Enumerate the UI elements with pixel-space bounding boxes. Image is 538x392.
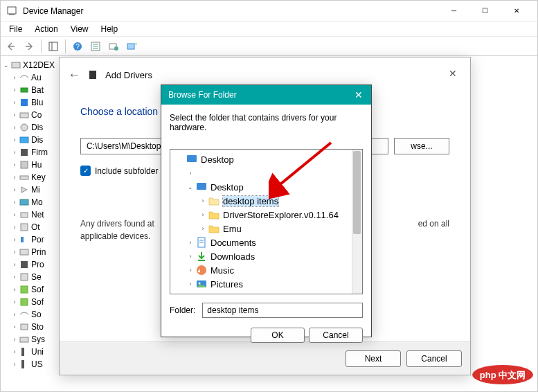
svg-rect-14 <box>12 62 20 68</box>
svg-rect-23 <box>20 199 28 205</box>
svg-rect-28 <box>21 261 28 268</box>
folder-tree-scrollbar[interactable] <box>352 150 362 294</box>
folder-desktop-root[interactable]: Desktop <box>173 152 359 166</box>
tree-item[interactable]: ›US <box>2 358 65 371</box>
svg-point-11 <box>114 46 118 51</box>
svg-text:+: + <box>134 42 136 47</box>
window-title: Device Manager <box>23 6 438 16</box>
folder-downloads[interactable]: ›Downloads <box>173 249 359 263</box>
tree-item[interactable]: ›Ot <box>2 221 65 233</box>
svg-rect-33 <box>20 337 28 342</box>
tree-item[interactable]: ›Se <box>2 271 65 283</box>
svg-rect-34 <box>21 348 24 356</box>
svg-rect-2 <box>49 42 57 51</box>
svg-rect-19 <box>20 137 28 143</box>
tree-item[interactable]: ›Net <box>2 208 65 221</box>
tree-item[interactable]: ›Mi <box>2 184 65 196</box>
browse-folder-titlebar: Browse For Folder ✕ <box>161 85 371 105</box>
add-drivers-close-button[interactable]: ✕ <box>442 64 463 82</box>
folder-driverstore[interactable]: ›DriverStoreExplorer.v0.11.64 <box>173 208 359 222</box>
menu-action[interactable]: Action <box>29 23 63 35</box>
svg-rect-35 <box>21 360 24 368</box>
desktop-icon <box>195 181 208 193</box>
folder-emu[interactable]: ›Emu <box>173 222 359 235</box>
tree-item[interactable]: ›Uni <box>2 346 65 358</box>
tree-item[interactable]: ›Sof <box>2 296 65 308</box>
desktop-icon <box>186 153 198 166</box>
svg-rect-16 <box>21 99 28 106</box>
drivers-icon <box>87 69 98 80</box>
tree-item[interactable]: ›Bat <box>2 84 65 96</box>
folder-row-empty[interactable]: › <box>173 166 359 180</box>
forward-button[interactable] <box>21 39 37 54</box>
document-icon <box>195 236 208 249</box>
close-button[interactable]: ✕ <box>501 1 532 21</box>
tree-item[interactable]: ›Prin <box>2 246 65 258</box>
tree-root[interactable]: ⌄X12DEX <box>2 59 65 71</box>
browse-close-button[interactable]: ✕ <box>349 87 368 103</box>
titlebar: Device Manager ─ ☐ ✕ <box>1 1 537 21</box>
tree-item[interactable]: ›Pro <box>2 258 65 271</box>
folder-documents[interactable]: ›Documents <box>173 235 359 249</box>
tree-item[interactable]: ›Key <box>2 171 65 184</box>
folder-music[interactable]: ›Music <box>173 263 359 277</box>
show-hide-tree-button[interactable] <box>46 39 61 54</box>
svg-rect-0 <box>8 7 16 14</box>
folder-open-icon <box>208 195 220 207</box>
tree-item[interactable]: ›So <box>2 308 65 321</box>
folder-desktop[interactable]: ⌄Desktop <box>173 180 359 194</box>
add-hardware-button[interactable]: + <box>124 39 139 54</box>
download-icon <box>195 250 208 262</box>
tree-item[interactable]: ›Co <box>2 109 65 121</box>
browse-cancel-button[interactable]: Cancel <box>309 328 363 343</box>
menu-view[interactable]: View <box>65 23 94 35</box>
svg-text:php 中文网: php 中文网 <box>480 370 526 380</box>
properties-button[interactable] <box>88 39 103 54</box>
browse-button[interactable]: wse... <box>394 138 449 154</box>
minimize-button[interactable]: ─ <box>438 1 469 21</box>
help-button[interactable]: ? <box>70 39 85 54</box>
svg-rect-26 <box>21 237 24 242</box>
tree-item[interactable]: ›Dis <box>2 134 65 146</box>
ok-button[interactable]: OK <box>251 328 305 343</box>
tree-item[interactable]: ›Hu <box>2 159 65 171</box>
svg-rect-22 <box>20 176 28 179</box>
svg-rect-24 <box>21 213 28 217</box>
svg-rect-17 <box>20 113 28 118</box>
svg-rect-36 <box>89 71 96 79</box>
back-arrow-button[interactable]: ← <box>68 68 80 82</box>
device-manager-icon <box>6 6 17 17</box>
svg-rect-25 <box>21 224 28 231</box>
menu-help[interactable]: Help <box>96 23 124 35</box>
back-button[interactable] <box>3 39 19 54</box>
tree-item[interactable]: ›Blu <box>2 96 65 109</box>
watermark-badge: php 中文网 <box>472 364 534 388</box>
svg-rect-32 <box>21 324 28 330</box>
tree-item[interactable]: ›Sys <box>2 333 65 346</box>
cancel-button[interactable]: Cancel <box>406 350 462 367</box>
tree-item[interactable]: ›Au <box>2 71 65 84</box>
toolbar: ? + <box>1 37 537 56</box>
folder-name-input[interactable] <box>202 303 363 318</box>
svg-rect-37 <box>187 155 197 162</box>
svg-rect-15 <box>21 88 28 92</box>
menu-file[interactable]: File <box>3 23 28 35</box>
folder-tree[interactable]: Desktop › ⌄Desktop ›desktop items ›Drive… <box>170 149 363 294</box>
tree-item[interactable]: ›Sof <box>2 283 65 296</box>
tree-item[interactable]: ›Dis <box>2 121 65 134</box>
browse-instruction: Select the folder that contains drivers … <box>170 113 363 132</box>
next-button[interactable]: Next <box>346 350 401 367</box>
device-tree[interactable]: ⌄X12DEX ›Au ›Bat ›Blu ›Co ›Dis ›Dis ›Fir… <box>1 56 66 391</box>
tree-item[interactable]: ›Por <box>2 233 65 246</box>
scan-hardware-button[interactable] <box>106 39 121 54</box>
folder-pictures[interactable]: ›Pictures <box>173 277 359 291</box>
menubar: File Action View Help <box>1 21 537 37</box>
tree-item[interactable]: ›Sto <box>2 321 65 333</box>
folder-desktop-items[interactable]: ›desktop items <box>173 194 359 208</box>
svg-rect-38 <box>197 183 206 190</box>
svg-rect-1 <box>9 14 15 15</box>
tree-item[interactable]: ›Mo <box>2 196 65 208</box>
maximize-button[interactable]: ☐ <box>469 1 501 21</box>
include-subfolders-checkbox[interactable]: ✓ <box>80 166 91 176</box>
tree-item[interactable]: ›Firm <box>2 146 65 159</box>
